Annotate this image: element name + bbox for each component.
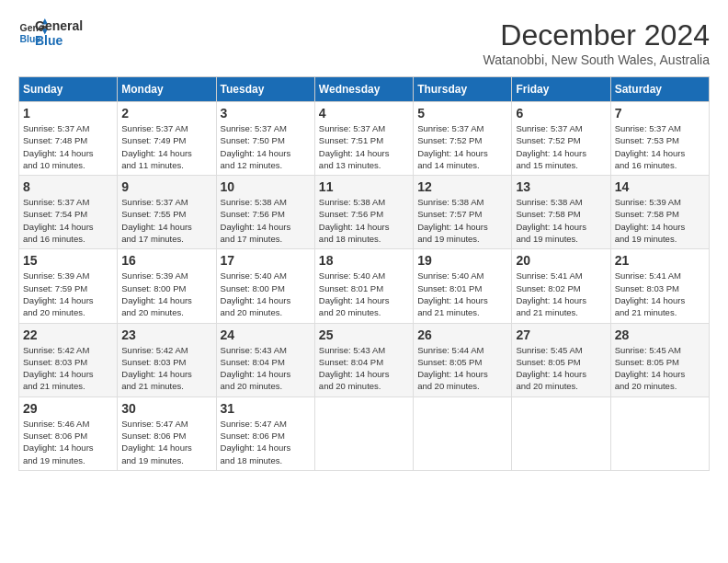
day-number: 20 <box>516 253 606 268</box>
calendar-cell: 26Sunrise: 5:44 AM Sunset: 8:05 PM Dayli… <box>414 323 512 396</box>
day-number: 27 <box>516 327 606 342</box>
calendar-cell: 6Sunrise: 5:37 AM Sunset: 7:52 PM Daylig… <box>512 102 610 176</box>
calendar-cell: 4Sunrise: 5:37 AM Sunset: 7:51 PM Daylig… <box>314 102 413 176</box>
calendar-cell: 11Sunrise: 5:38 AM Sunset: 7:56 PM Dayli… <box>314 176 413 249</box>
calendar-cell: 2Sunrise: 5:37 AM Sunset: 7:49 PM Daylig… <box>118 102 216 176</box>
calendar-cell: 15Sunrise: 5:39 AM Sunset: 7:59 PM Dayli… <box>19 249 118 323</box>
day-number: 29 <box>23 401 113 416</box>
calendar-cell: 17Sunrise: 5:40 AM Sunset: 8:00 PM Dayli… <box>216 249 314 323</box>
day-info: Sunrise: 5:46 AM Sunset: 8:06 PM Dayligh… <box>23 418 113 466</box>
day-info: Sunrise: 5:40 AM Sunset: 8:00 PM Dayligh… <box>221 270 311 318</box>
day-number: 2 <box>121 106 211 121</box>
calendar-cell: 1Sunrise: 5:37 AM Sunset: 7:48 PM Daylig… <box>19 102 118 176</box>
calendar-cell: 13Sunrise: 5:38 AM Sunset: 7:58 PM Dayli… <box>512 176 610 249</box>
calendar-cell: 9Sunrise: 5:37 AM Sunset: 7:55 PM Daylig… <box>118 176 216 249</box>
day-info: Sunrise: 5:37 AM Sunset: 7:54 PM Dayligh… <box>23 196 113 245</box>
day-info: Sunrise: 5:37 AM Sunset: 7:52 PM Dayligh… <box>417 122 507 171</box>
day-number: 17 <box>221 253 311 268</box>
day-info: Sunrise: 5:37 AM Sunset: 7:49 PM Dayligh… <box>121 122 211 171</box>
header-wednesday: Wednesday <box>314 77 413 102</box>
day-number: 21 <box>615 253 705 268</box>
day-number: 13 <box>516 179 606 194</box>
day-number: 6 <box>516 106 606 121</box>
header-tuesday: Tuesday <box>216 77 314 102</box>
day-info: Sunrise: 5:40 AM Sunset: 8:01 PM Dayligh… <box>319 270 409 318</box>
day-info: Sunrise: 5:38 AM Sunset: 7:58 PM Dayligh… <box>516 196 606 245</box>
week-row-3: 15Sunrise: 5:39 AM Sunset: 7:59 PM Dayli… <box>19 249 710 323</box>
day-info: Sunrise: 5:37 AM Sunset: 7:51 PM Dayligh… <box>319 122 409 171</box>
calendar-cell: 8Sunrise: 5:37 AM Sunset: 7:54 PM Daylig… <box>19 176 118 249</box>
calendar-cell: 25Sunrise: 5:43 AM Sunset: 8:04 PM Dayli… <box>314 323 413 396</box>
header-row: SundayMondayTuesdayWednesdayThursdayFrid… <box>19 77 710 102</box>
week-row-1: 1Sunrise: 5:37 AM Sunset: 7:48 PM Daylig… <box>19 102 710 176</box>
week-row-2: 8Sunrise: 5:37 AM Sunset: 7:54 PM Daylig… <box>19 176 710 249</box>
header-saturday: Saturday <box>610 77 709 102</box>
calendar-cell: 18Sunrise: 5:40 AM Sunset: 8:01 PM Dayli… <box>314 249 413 323</box>
day-info: Sunrise: 5:38 AM Sunset: 7:56 PM Dayligh… <box>319 196 409 245</box>
day-number: 31 <box>221 401 311 416</box>
day-info: Sunrise: 5:42 AM Sunset: 8:03 PM Dayligh… <box>121 344 211 393</box>
day-number: 10 <box>221 179 311 194</box>
day-info: Sunrise: 5:42 AM Sunset: 8:03 PM Dayligh… <box>23 344 113 393</box>
day-info: Sunrise: 5:40 AM Sunset: 8:01 PM Dayligh… <box>417 270 507 318</box>
logo-line1: General <box>35 18 83 33</box>
day-info: Sunrise: 5:45 AM Sunset: 8:05 PM Dayligh… <box>615 344 705 393</box>
day-number: 25 <box>319 327 409 342</box>
day-number: 1 <box>23 106 113 121</box>
calendar-cell: 23Sunrise: 5:42 AM Sunset: 8:03 PM Dayli… <box>118 323 216 396</box>
week-row-5: 29Sunrise: 5:46 AM Sunset: 8:06 PM Dayli… <box>19 396 710 470</box>
day-info: Sunrise: 5:37 AM Sunset: 7:50 PM Dayligh… <box>221 122 311 171</box>
header-friday: Friday <box>512 77 610 102</box>
logo: General Blue General Blue <box>18 18 83 48</box>
calendar-cell: 31Sunrise: 5:47 AM Sunset: 8:06 PM Dayli… <box>216 396 314 470</box>
calendar-cell <box>414 396 512 470</box>
calendar-cell <box>314 396 413 470</box>
day-info: Sunrise: 5:39 AM Sunset: 8:00 PM Dayligh… <box>121 270 211 318</box>
calendar-cell: 5Sunrise: 5:37 AM Sunset: 7:52 PM Daylig… <box>414 102 512 176</box>
calendar-cell: 20Sunrise: 5:41 AM Sunset: 8:02 PM Dayli… <box>512 249 610 323</box>
calendar-cell: 7Sunrise: 5:37 AM Sunset: 7:53 PM Daylig… <box>610 102 709 176</box>
day-number: 9 <box>121 179 211 194</box>
header-sunday: Sunday <box>19 77 118 102</box>
calendar-cell: 19Sunrise: 5:40 AM Sunset: 8:01 PM Dayli… <box>414 249 512 323</box>
day-info: Sunrise: 5:37 AM Sunset: 7:55 PM Dayligh… <box>121 196 211 245</box>
day-info: Sunrise: 5:39 AM Sunset: 7:58 PM Dayligh… <box>615 196 705 245</box>
day-info: Sunrise: 5:43 AM Sunset: 8:04 PM Dayligh… <box>319 344 409 393</box>
day-info: Sunrise: 5:37 AM Sunset: 7:48 PM Dayligh… <box>23 122 113 171</box>
calendar-cell: 29Sunrise: 5:46 AM Sunset: 8:06 PM Dayli… <box>19 396 118 470</box>
calendar-cell: 28Sunrise: 5:45 AM Sunset: 8:05 PM Dayli… <box>610 323 709 396</box>
day-number: 22 <box>23 327 113 342</box>
calendar-cell: 24Sunrise: 5:43 AM Sunset: 8:04 PM Dayli… <box>216 323 314 396</box>
week-row-4: 22Sunrise: 5:42 AM Sunset: 8:03 PM Dayli… <box>19 323 710 396</box>
calendar-cell: 30Sunrise: 5:47 AM Sunset: 8:06 PM Dayli… <box>118 396 216 470</box>
day-number: 3 <box>221 106 311 121</box>
day-info: Sunrise: 5:37 AM Sunset: 7:52 PM Dayligh… <box>516 122 606 171</box>
calendar-cell: 12Sunrise: 5:38 AM Sunset: 7:57 PM Dayli… <box>414 176 512 249</box>
day-info: Sunrise: 5:43 AM Sunset: 8:04 PM Dayligh… <box>221 344 311 393</box>
day-number: 24 <box>221 327 311 342</box>
title-block: December 2024 Watanobbi, New South Wales… <box>483 18 710 67</box>
day-info: Sunrise: 5:38 AM Sunset: 7:56 PM Dayligh… <box>221 196 311 245</box>
calendar-cell: 3Sunrise: 5:37 AM Sunset: 7:50 PM Daylig… <box>216 102 314 176</box>
day-info: Sunrise: 5:41 AM Sunset: 8:02 PM Dayligh… <box>516 270 606 318</box>
day-info: Sunrise: 5:41 AM Sunset: 8:03 PM Dayligh… <box>615 270 705 318</box>
logo-line2: Blue <box>35 33 83 48</box>
day-number: 19 <box>417 253 507 268</box>
calendar-cell: 16Sunrise: 5:39 AM Sunset: 8:00 PM Dayli… <box>118 249 216 323</box>
day-info: Sunrise: 5:47 AM Sunset: 8:06 PM Dayligh… <box>121 418 211 466</box>
day-info: Sunrise: 5:47 AM Sunset: 8:06 PM Dayligh… <box>221 418 311 466</box>
calendar-cell: 27Sunrise: 5:45 AM Sunset: 8:05 PM Dayli… <box>512 323 610 396</box>
location-title: Watanobbi, New South Wales, Australia <box>483 52 710 67</box>
day-number: 15 <box>23 253 113 268</box>
calendar-cell: 14Sunrise: 5:39 AM Sunset: 7:58 PM Dayli… <box>610 176 709 249</box>
day-number: 16 <box>121 253 211 268</box>
day-number: 4 <box>319 106 409 121</box>
day-info: Sunrise: 5:44 AM Sunset: 8:05 PM Dayligh… <box>417 344 507 393</box>
day-info: Sunrise: 5:37 AM Sunset: 7:53 PM Dayligh… <box>615 122 705 171</box>
day-number: 23 <box>121 327 211 342</box>
day-number: 30 <box>121 401 211 416</box>
calendar-body: 1Sunrise: 5:37 AM Sunset: 7:48 PM Daylig… <box>19 102 710 471</box>
calendar-table: SundayMondayTuesdayWednesdayThursdayFrid… <box>18 76 710 471</box>
day-number: 12 <box>417 179 507 194</box>
calendar-cell: 21Sunrise: 5:41 AM Sunset: 8:03 PM Dayli… <box>610 249 709 323</box>
